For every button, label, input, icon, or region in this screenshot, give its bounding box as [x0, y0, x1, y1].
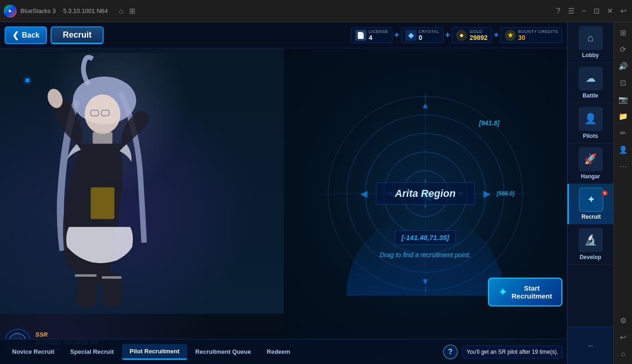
crystal-plus-icon[interactable]: + — [445, 30, 450, 40]
screen-title: Recruit — [51, 26, 104, 44]
tab-redeem[interactable]: Redeem — [260, 344, 298, 359]
drag-hint: Drag to find a recruitment point. — [380, 251, 471, 259]
character-art-area — [0, 48, 284, 339]
radar-arrow-right[interactable]: ▶ — [483, 188, 490, 199]
bs-sidebar-icon-1[interactable]: ⊞ — [616, 25, 631, 40]
svg-rect-8 — [102, 276, 122, 279]
radar-arrow-left[interactable]: ◀ — [360, 188, 367, 199]
pilots-icon-box: 👤 — [579, 107, 603, 131]
game-topbar: ❮ Back Recruit 📄 LICENSE 4 + ◆ — [0, 22, 567, 48]
radar-area[interactable]: Arita Region ◀ ▶ ▲ ▼ [941.8] [568.0] [-1… — [284, 48, 567, 339]
nav-item-battle[interactable]: ☁ Battle — [567, 63, 613, 103]
titlebar-icons: ⌂ ⊞ — [119, 6, 135, 15]
tab-bar: Novice Recruit Special Recruit Pilot Rec… — [0, 339, 567, 364]
develop-icon: 🔬 — [584, 234, 597, 246]
pilots-icon: 👤 — [584, 113, 597, 125]
character-art — [0, 48, 284, 314]
bs-sidebar-icon-back[interactable]: ↩ — [616, 330, 631, 344]
battle-icon-box: ☁ — [579, 66, 603, 91]
nav-item-lobby[interactable]: ⌂ Lobby — [567, 22, 613, 63]
sr-progress-text: You'll get an SR pilot after 19 time(s). — [463, 349, 562, 355]
help-window-icon[interactable]: ? — [556, 7, 560, 15]
bounty-info: BOUNTY CREDITS 30 — [518, 29, 558, 41]
license-info: LICENSE 4 — [369, 29, 388, 41]
hamburger-icon[interactable]: ☰ — [568, 6, 574, 15]
close-icon[interactable]: ✕ — [607, 6, 613, 15]
bs-sidebar-icon-8[interactable]: 👤 — [616, 142, 631, 157]
tab-bar-right: ? You'll get an SR pilot after 19 time(s… — [443, 344, 562, 359]
radar-arrow-bottom[interactable]: ▼ — [421, 277, 430, 286]
resource-bar: 📄 LICENSE 4 + ◆ CRYSTAL 0 + — [351, 27, 562, 43]
develop-label: Develop — [580, 254, 601, 260]
hangar-icon-box: 🚀 — [579, 147, 603, 171]
help-button[interactable]: ? — [443, 344, 458, 359]
nav-item-pilots[interactable]: 👤 Pilots — [567, 103, 613, 143]
app-title: BlueStacks 3 — [20, 7, 56, 14]
back-chevron-icon: ❮ — [12, 30, 19, 40]
nav-item-develop[interactable]: 🔬 Develop — [567, 224, 613, 265]
sr-progress-bar: You'll get an SR pilot after 19 time(s). — [463, 345, 562, 358]
bs-sidebar-icon-7[interactable]: ✏ — [616, 125, 631, 140]
bluestacks-logo: ▶ — [4, 5, 17, 18]
tab-pilot-recruitment[interactable]: Pilot Recruitment — [122, 344, 187, 360]
char-rarity: SSR — [35, 331, 98, 338]
battle-icon: ☁ — [586, 72, 596, 84]
hangar-icon: 🚀 — [584, 153, 597, 165]
bs-sidebar-icon-4[interactable]: ⊡ — [616, 75, 631, 90]
svg-rect-5 — [91, 188, 114, 219]
region-name-text: Arita Region — [395, 188, 456, 199]
coord-main: [-141.40,71.35] — [394, 230, 456, 245]
recruit-icon-box: ✦ — [579, 188, 603, 212]
recruit-btn-icon: ✦ — [498, 286, 508, 299]
svg-point-1 — [85, 94, 121, 134]
battle-label: Battle — [583, 92, 598, 99]
nav-item-hangar[interactable]: 🚀 Hangar — [567, 143, 613, 184]
bs-sidebar-icon-9[interactable]: ⋯ — [616, 159, 631, 174]
doc-icon: 📄 — [355, 30, 366, 41]
lobby-icon-box: ⌂ — [579, 26, 603, 50]
tab-special-recruit[interactable]: Special Recruit — [63, 344, 121, 359]
tab-novice-recruit[interactable]: Novice Recruit — [5, 344, 62, 359]
back-nav-icon[interactable]: ↩ — [620, 6, 626, 15]
character-figure — [5, 53, 284, 314]
lobby-label: Lobby — [582, 52, 599, 58]
resource-license: 📄 LICENSE 4 — [351, 27, 392, 43]
window-controls: ? ☰ − ⊡ ✕ ↩ — [556, 6, 626, 15]
tick-top — [425, 95, 426, 101]
license-plus-icon[interactable]: + — [394, 30, 399, 40]
gold-plus-icon[interactable]: + — [494, 30, 499, 40]
game-navigation: ⌂ Lobby ☁ Battle 👤 Pilots 🚀 Hangar ✦ 0 R… — [567, 22, 613, 364]
nav-item-recruit[interactable]: ✦ 0 Recruit — [567, 184, 613, 224]
svg-rect-7 — [75, 274, 97, 277]
recruit-badge: 0 — [602, 190, 608, 196]
bs-sidebar-icon-6[interactable]: 📁 — [616, 109, 631, 124]
radar-arrow-top[interactable]: ▲ — [421, 101, 430, 110]
start-recruitment-button[interactable]: ✦ StartRecruitment — [488, 278, 562, 306]
bs-sidebar-icon-5[interactable]: 📷 — [616, 92, 631, 107]
resource-gold: ● GOLD 29892 — [452, 27, 492, 43]
bs-sidebar-icon-home[interactable]: ⌂ — [616, 346, 631, 361]
develop-icon-box: 🔬 — [579, 228, 603, 252]
region-name-box: Arita Region — [376, 182, 475, 205]
crystal-icon: ◆ — [405, 30, 417, 41]
resource-bounty: ★ BOUNTY CREDITS 30 — [501, 27, 562, 43]
restore-icon[interactable]: ⊡ — [593, 6, 599, 15]
bounty-icon: ★ — [505, 30, 516, 41]
svg-rect-4 — [93, 132, 113, 144]
crystal-info: CRYSTAL 0 — [419, 29, 439, 41]
minimize-icon[interactable]: − — [582, 7, 586, 15]
gold-icon: ● — [456, 30, 467, 41]
back-button[interactable]: ❮ Back — [5, 26, 47, 44]
home-icon[interactable]: ⌂ — [119, 7, 124, 15]
titlebar: ▶ BlueStacks 3 5.3.10.1001 N64 ⌂ ⊞ ? ☰ −… — [0, 0, 632, 22]
pilots-label: Pilots — [583, 133, 598, 139]
tab-recruitment-queue[interactable]: Recruitment Queue — [188, 344, 259, 359]
bs-sidebar-icon-3[interactable]: 🔊 — [616, 58, 631, 73]
lobby-icon: ⌂ — [587, 32, 593, 44]
start-recruit-label: StartRecruitment — [511, 284, 552, 300]
menu-icon[interactable]: ⊞ — [129, 6, 135, 15]
coord-right: [568.0] — [497, 190, 515, 197]
bs-sidebar-icon-2[interactable]: ⟳ — [616, 42, 631, 57]
bs-sidebar-icon-settings[interactable]: ⚙ — [616, 313, 631, 328]
recruit-icon: ✦ — [587, 194, 595, 206]
